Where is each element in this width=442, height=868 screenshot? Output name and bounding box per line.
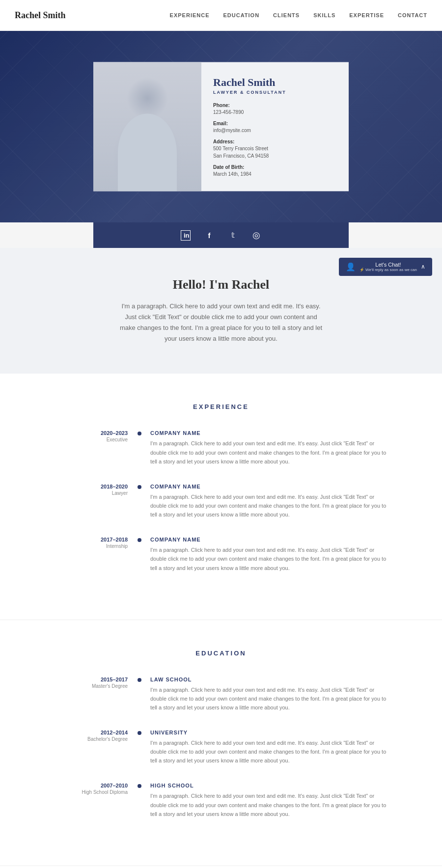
exp-1-right: COMPANY NAME I'm a paragraph. Click here… xyxy=(150,430,388,465)
hero-photo xyxy=(93,62,201,191)
hero-profession: LAWYER & CONSULTANT xyxy=(213,90,337,95)
edu-1-role: Master's Degree xyxy=(54,683,128,689)
hero-name: Rachel Smith xyxy=(213,76,337,89)
twitter-icon[interactable]: 𝕥 xyxy=(228,231,238,240)
exp-1-company: COMPANY NAME xyxy=(150,430,388,436)
experience-timeline: 2020–2023 Executive COMPANY NAME I'm a p… xyxy=(54,430,388,572)
exp-3-right: COMPANY NAME I'm a paragraph. Click here… xyxy=(150,537,388,572)
email-label: Email: xyxy=(213,121,337,126)
edu-1-years: 2015–2017 xyxy=(54,677,128,682)
edu-2-role: Bachelor's Degree xyxy=(54,736,128,742)
education-item-1: 2015–2017 Master's Degree LAW SCHOOL I'm… xyxy=(54,677,388,712)
email-value: info@mysite.com xyxy=(213,127,337,134)
phone-label: Phone: xyxy=(213,103,337,108)
edu-3-right: HIGH SCHOOL I'm a paragraph. Click here … xyxy=(150,783,388,818)
social-bar: in f 𝕥 ◎ xyxy=(93,222,349,248)
education-timeline: 2015–2017 Master's Degree LAW SCHOOL I'm… xyxy=(54,677,388,818)
chat-avatar-icon: 👤 xyxy=(346,262,356,271)
edu-3-company: HIGH SCHOOL xyxy=(150,783,388,788)
nav-logo[interactable]: Rachel Smith xyxy=(15,10,66,21)
exp-2-left: 2018–2020 Lawyer xyxy=(54,484,138,496)
exp-3-dot xyxy=(138,538,141,542)
linkedin-icon[interactable]: in xyxy=(181,230,191,241)
nav-education[interactable]: EDUCATION xyxy=(223,12,260,18)
facebook-icon[interactable]: f xyxy=(204,231,214,240)
chat-text: Let's Chat! ⚡ We'll reply as soon as we … xyxy=(359,262,417,272)
edu-2-desc: I'm a paragraph. Click here to add your … xyxy=(150,738,388,765)
exp-2-years: 2018–2020 xyxy=(54,484,128,489)
exp-1-years: 2020–2023 xyxy=(54,430,128,436)
address-label: Address: xyxy=(213,139,337,144)
exp-2-dot xyxy=(138,485,141,489)
edu-1-left: 2015–2017 Master's Degree xyxy=(54,677,138,689)
edu-3-dot xyxy=(138,784,141,788)
exp-1-left: 2020–2023 Executive xyxy=(54,430,138,442)
dob-label: Date of Birth: xyxy=(213,164,337,170)
exp-2-role: Lawyer xyxy=(54,490,128,496)
education-item-3: 2007–2010 High School Diploma HIGH SCHOO… xyxy=(54,783,388,818)
hero-info: Rachel Smith LAWYER & CONSULTANT Phone: … xyxy=(201,62,349,191)
experience-section: EXPERIENCE 2020–2023 Executive COMPANY N… xyxy=(0,374,442,619)
edu-2-years: 2012–2014 xyxy=(54,730,128,735)
chat-widget[interactable]: 👤 Let's Chat! ⚡ We'll reply as soon as w… xyxy=(339,258,432,276)
exp-3-role: Internship xyxy=(54,543,128,549)
hero-section: Rachel Smith LAWYER & CONSULTANT Phone: … xyxy=(0,31,442,222)
exp-3-desc: I'm a paragraph. Click here to add your … xyxy=(150,545,388,572)
edu-1-company: LAW SCHOOL xyxy=(150,677,388,682)
phone-value: 123-456-7890 xyxy=(213,108,337,116)
exp-1-desc: I'm a paragraph. Click here to add your … xyxy=(150,439,388,465)
navbar: Rachel Smith EXPERIENCE EDUCATION CLIENT… xyxy=(0,0,442,31)
intro-title: Hello! I'm Rachel xyxy=(15,277,427,292)
exp-2-company: COMPANY NAME xyxy=(150,484,388,489)
edu-3-desc: I'm a paragraph. Click here to add your … xyxy=(150,791,388,818)
edu-2-right: UNIVERSITY I'm a paragraph. Click here t… xyxy=(150,730,388,765)
exp-3-company: COMPANY NAME xyxy=(150,537,388,542)
education-section-title: EDUCATION xyxy=(15,650,427,657)
intro-text: I'm a paragraph. Click here to add your … xyxy=(118,301,324,344)
exp-3-years: 2017–2018 xyxy=(54,537,128,542)
edu-3-role: High School Diploma xyxy=(54,789,128,795)
edu-2-company: UNIVERSITY xyxy=(150,730,388,735)
nav-contact[interactable]: CONTACT xyxy=(398,12,427,18)
instagram-icon[interactable]: ◎ xyxy=(251,230,261,241)
exp-3-left: 2017–2018 Internship xyxy=(54,537,138,549)
exp-1-role: Executive xyxy=(54,437,128,442)
exp-2-right: COMPANY NAME I'm a paragraph. Click here… xyxy=(150,484,388,519)
edu-1-dot xyxy=(138,678,141,682)
nav-expertise[interactable]: EXPERTISE xyxy=(349,12,384,18)
education-item-2: 2012–2014 Bachelor's Degree UNIVERSITY I… xyxy=(54,730,388,765)
experience-item-1: 2020–2023 Executive COMPANY NAME I'm a p… xyxy=(54,430,388,465)
edu-1-desc: I'm a paragraph. Click here to add your … xyxy=(150,685,388,712)
experience-section-title: EXPERIENCE xyxy=(15,403,427,410)
chat-subtitle: ⚡ We'll reply as soon as we can xyxy=(359,268,417,272)
edu-3-left: 2007–2010 High School Diploma xyxy=(54,783,138,795)
hero-card: Rachel Smith LAWYER & CONSULTANT Phone: … xyxy=(93,62,349,191)
edu-2-left: 2012–2014 Bachelor's Degree xyxy=(54,730,138,742)
address-value2: San Francisco, CA 94158 xyxy=(213,152,337,160)
edu-3-years: 2007–2010 xyxy=(54,783,128,788)
experience-item-2: 2018–2020 Lawyer COMPANY NAME I'm a para… xyxy=(54,484,388,519)
exp-1-dot xyxy=(138,432,141,435)
experience-item-3: 2017–2018 Internship COMPANY NAME I'm a … xyxy=(54,537,388,572)
exp-2-desc: I'm a paragraph. Click here to add your … xyxy=(150,492,388,519)
nav-experience[interactable]: EXPERIENCE xyxy=(170,12,210,18)
nav-skills[interactable]: SKILLS xyxy=(313,12,335,18)
nav-links: EXPERIENCE EDUCATION CLIENTS SKILLS EXPE… xyxy=(170,12,427,18)
edu-2-dot xyxy=(138,731,141,735)
dob-value: March 14th, 1984 xyxy=(213,170,337,178)
nav-clients[interactable]: CLIENTS xyxy=(273,12,300,18)
intro-section: 👤 Let's Chat! ⚡ We'll reply as soon as w… xyxy=(0,248,442,374)
collapse-icon[interactable]: ∧ xyxy=(421,263,425,271)
address-value1: 500 Terry Francois Street xyxy=(213,145,337,152)
chat-title: Let's Chat! xyxy=(359,262,417,268)
education-section: EDUCATION 2015–2017 Master's Degree LAW … xyxy=(0,620,442,866)
hero-photo-inner xyxy=(93,62,201,191)
clients-section: CLIENTS ✚ Talo S SABER ⬡ NOTED GOAN ∧∧ M… xyxy=(0,866,442,868)
edu-1-right: LAW SCHOOL I'm a paragraph. Click here t… xyxy=(150,677,388,712)
